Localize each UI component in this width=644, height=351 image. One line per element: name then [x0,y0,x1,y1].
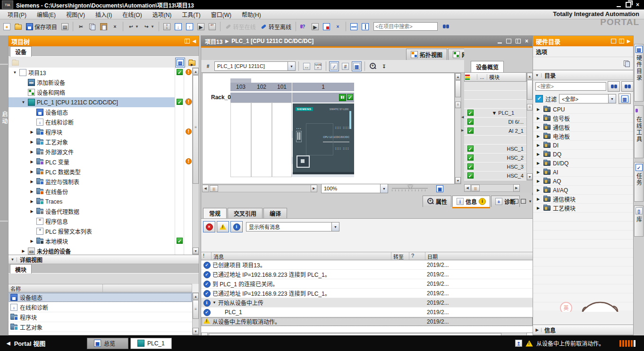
expander-icon[interactable]: ▼ [212,300,216,305]
inspector-collapse-icon[interactable]: ▼ [528,199,532,204]
highlight-io-button[interactable]: ∕ [329,61,339,71]
menu-item-P[interactable]: 项目(P) [3,9,31,19]
options-window-icon[interactable] [623,60,630,67]
catalog-item-DI[interactable]: ▶DI [533,141,633,150]
overview-row-DI6[interactable]: ✓DI 6/... [464,118,526,127]
minimize-button[interactable] [617,1,621,8]
editor-float-icon[interactable] [506,39,511,43]
tree-item-[interactable]: ▶工艺对象 [8,137,192,147]
side-tab-任务[interactable]: ✓任务 [634,162,644,202]
editor-dock-icon[interactable] [516,39,521,43]
portal-side-strip[interactable]: 启动 [0,35,8,335]
column-module[interactable]: 模块 [487,73,526,81]
upload-status-icon[interactable]: ↥ [515,340,522,347]
overview-row-HSC_4[interactable]: ✓HSC_4 [464,171,526,180]
tree-item-[interactable]: ▶程序块! [8,127,192,137]
profile-filter-select[interactable]: <全部>▼ [559,94,616,103]
overview-row-HSC_1[interactable]: ✓HSC_1 [464,145,526,154]
detail-row-在线和诊断[interactable]: ♁在线和诊断 [8,302,192,312]
inspector-dock-icon[interactable] [521,199,526,204]
show-columns-button[interactable]: ▥ [352,61,362,71]
catalog-item-AQ[interactable]: ▶AQ [533,177,633,186]
canvas-hscroll-track[interactable]: ||| [209,185,311,192]
expander-icon[interactable]: ▶ [29,199,34,204]
message-row[interactable]: ✓到 PLC_1 的连接已关闭。2019/2... [201,279,533,289]
menu-item-N[interactable]: 选项(N) [148,9,177,19]
rename-button[interactable]: NAME ↵ [313,61,323,71]
detail-row-程序块[interactable]: 程序块 [8,312,192,322]
catalog-item-DQ[interactable]: ▶DQ [533,150,633,159]
expander-icon[interactable]: ▶ [537,206,541,210]
expander-icon[interactable]: ▶ [537,179,541,183]
overview-row[interactable] [464,82,526,91]
online-diagnostics-button[interactable]: ? [299,22,309,32]
expander-icon[interactable]: ▶ [537,134,541,138]
split-horizontal-button[interactable] [349,22,359,32]
device-canvas[interactable]: 1031021011 Rack_0 SIEMENS SIMATIC S7-120… [202,73,455,184]
cut-button[interactable]: ✂ [76,22,86,32]
open-project-button[interactable] [13,22,23,31]
rack-slot-103[interactable] [230,92,252,103]
expander-icon[interactable]: ▼ [21,100,26,104]
tab-devices[interactable]: 设备 [10,46,32,57]
collapse-panel-icon[interactable]: ◀ [193,39,196,43]
expander-icon[interactable]: ▶ [29,239,34,243]
catalog-item-AIAQ[interactable]: ▶AI/AQ [533,186,633,195]
detail-view-header[interactable]: ▼详细视图 [8,255,199,264]
expander-icon[interactable]: ▶ [537,188,541,192]
editor-close-icon[interactable]: × [525,38,528,44]
search-up-button[interactable] [621,81,634,92]
start-cpu-button[interactable]: ▶ [196,22,206,32]
column-日期[interactable]: 日期 [425,252,533,260]
message-row[interactable]: 从设备中上传前取消动作。2019/2... [201,317,533,326]
overview-row-HSC_2[interactable]: ✓HSC_2 [464,154,526,163]
project-search-input[interactable] [373,22,438,31]
inspector-float-icon[interactable] [513,199,518,204]
breadcrumb-root[interactable]: 项目13 [205,37,222,45]
catalog-item-AI[interactable]: ▶AI [533,168,633,177]
expander-icon[interactable]: ▼ [491,110,498,116]
overview-row-PLC_1[interactable]: ✓▼ PLC_1 [464,109,526,118]
scroll-right-button[interactable]: ▶ [311,185,317,192]
message-filter-select[interactable]: 显示所有消息▼ [246,222,339,231]
new-project-button[interactable]: ✶ [2,22,12,32]
menu-item-I[interactable]: 插入(I) [91,9,117,19]
device-overview-vscrollbar[interactable]: ▲ ≡ ▼ [526,72,533,180]
expander-icon[interactable]: ▼ [12,70,17,75]
taskbar-button-PLC_1[interactable]: PLC_1 [130,338,172,349]
catalog-collapse-icon[interactable]: ▶ [627,39,630,43]
overview-row-AI2_1[interactable]: ✓AI 2_1 [464,127,526,136]
catalog-dock-icon[interactable] [619,39,624,43]
column-转至[interactable]: 转至 [391,252,409,260]
rack-slot-102[interactable] [251,92,272,103]
go-offline-button[interactable]: 转至离线 [259,21,293,32]
paste-button[interactable] [99,22,109,32]
tree-item-[interactable]: 设备和网络 [8,87,192,97]
portal-view-button[interactable]: ◀ Portal 视图 [7,339,77,348]
column-消息[interactable]: 消息 [212,252,391,260]
expander-icon[interactable]: ▶ [537,197,541,201]
tree-item-PLC[interactable]: ▶PLC 变量! [8,157,192,167]
copy-button[interactable] [87,22,97,32]
stop-cpu-button[interactable]: RT [207,22,217,32]
side-tab-库[interactable]: ▯库 [634,205,644,237]
expander-icon[interactable]: ▶ [537,125,541,129]
download-button[interactable]: ↓ [173,22,183,32]
go-online-button[interactable]: 转至在线 [223,21,257,32]
message-row[interactable]: ✓已创建项目 项目13。2019/2... [201,260,533,270]
tree-item-[interactable]: 设备组态 [8,107,192,117]
filter-warnings-button[interactable] [217,221,229,232]
expander-icon[interactable]: ▶ [537,152,541,156]
expander-icon[interactable]: ▶ [29,180,34,184]
subtab-交叉引用[interactable]: 交叉引用 [228,208,263,218]
fit-to-window-icon[interactable]: ▣ [436,185,443,192]
expander-icon[interactable]: ▶ [537,116,541,120]
add-folder-button[interactable] [10,58,20,67]
expander-icon[interactable]: ▶ [537,143,541,147]
taskbar-button-总览[interactable]: ▦总览 [87,338,128,349]
tab-device-overview[interactable]: 设备概览 [471,61,504,72]
tree-item-PLC[interactable]: ≣PLC 报警文本列表 [8,226,192,236]
message-row[interactable]: ✓已通过地址 IP=192.168.9.223 连接到 PLC_1。2019/2… [201,289,533,298]
catalog-info-header[interactable]: ▶信息 [533,325,633,335]
table-view-button[interactable]: ▤ [175,58,185,68]
